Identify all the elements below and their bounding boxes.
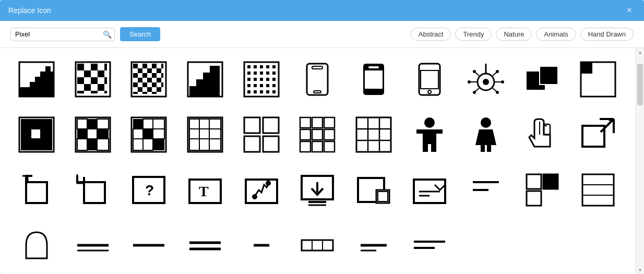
icon-pixel-blocks-4[interactable] (179, 109, 231, 161)
icon-pixel-checkerboard-1[interactable] (67, 53, 119, 105)
icon-wrench-frame[interactable] (235, 164, 288, 216)
filter-trendy[interactable]: Trendy (455, 28, 492, 41)
filter-hand-drawn[interactable]: Hand Drawn (580, 28, 634, 41)
icon-bottom-8[interactable] (235, 219, 288, 271)
icon-frame-complex[interactable] (348, 164, 400, 216)
svg-rect-17 (84, 70, 91, 77)
icon-pixel-checkerboard-2[interactable] (123, 53, 175, 105)
svg-rect-58 (196, 86, 203, 96)
close-button[interactable]: × (623, 4, 636, 17)
svg-rect-145 (153, 139, 164, 150)
icon-phone-outline-1[interactable] (291, 53, 343, 105)
icon-bottom-10[interactable] (348, 219, 400, 271)
scrollbar-thumb[interactable] (637, 64, 643, 105)
svg-text:T: T (199, 183, 209, 199)
scrollbar[interactable]: ▲ ▼ (636, 48, 644, 274)
filter-animals[interactable]: Animals (536, 28, 576, 41)
icon-person-male[interactable] (403, 109, 456, 161)
scrollbar-up[interactable]: ▲ (636, 48, 644, 56)
icon-cursor-hand[interactable] (516, 109, 568, 161)
svg-rect-78 (247, 84, 251, 87)
svg-rect-46 (138, 87, 142, 92)
svg-rect-26 (104, 91, 107, 93)
icon-frame-tool[interactable] (403, 164, 456, 216)
svg-rect-167 (312, 141, 323, 152)
svg-rect-6 (45, 66, 51, 72)
icon-bottom-4[interactable] (10, 219, 63, 271)
icon-text-frame[interactable]: T (179, 164, 231, 216)
svg-rect-38 (161, 73, 163, 78)
icon-pixel-blocks-1[interactable] (10, 109, 63, 161)
svg-rect-120 (21, 129, 31, 139)
icon-bottom-1[interactable] (460, 164, 512, 216)
svg-rect-157 (263, 117, 279, 133)
icon-pixel-gradient-1[interactable] (10, 53, 63, 105)
search-button[interactable]: Search (120, 27, 160, 41)
svg-rect-73 (247, 78, 251, 81)
icon-frame-download[interactable] (291, 164, 343, 216)
svg-rect-119 (41, 119, 52, 129)
icon-grid-large-3[interactable] (348, 109, 400, 161)
icon-squares[interactable] (516, 53, 568, 105)
icon-bottom-2[interactable] (516, 164, 568, 216)
scrollbar-down[interactable]: ▼ (636, 266, 644, 274)
icon-bottom-6[interactable] (123, 219, 175, 271)
icon-phone-outline-2[interactable] (403, 53, 456, 105)
filter-abstract[interactable]: Abstract (411, 28, 451, 41)
svg-rect-28 (133, 64, 138, 68)
svg-rect-37 (152, 73, 157, 78)
icon-jewelry[interactable] (460, 53, 512, 105)
svg-rect-216 (527, 191, 541, 206)
replace-icon-dialog: Replace Icon × 🔍 Search Abstract Trendy … (0, 0, 644, 274)
search-input[interactable] (15, 30, 103, 38)
svg-rect-35 (133, 73, 138, 78)
icon-pixel-blocks-2[interactable] (67, 109, 119, 161)
svg-rect-215 (543, 174, 558, 189)
filter-tags: Abstract Trendy Nature Animals Hand Draw… (411, 28, 634, 41)
svg-rect-18 (98, 70, 104, 77)
svg-rect-115 (581, 62, 592, 74)
icons-grid-wrapper[interactable]: ? T (0, 48, 636, 274)
svg-point-180 (481, 117, 491, 128)
icon-person-female[interactable] (460, 109, 512, 161)
icon-grid-large-2[interactable] (291, 109, 343, 161)
svg-rect-146 (188, 117, 222, 152)
svg-rect-140 (133, 129, 143, 139)
svg-rect-214 (527, 174, 541, 189)
icon-pixel-gradient-2[interactable] (179, 53, 231, 105)
svg-rect-22 (84, 84, 91, 91)
svg-rect-61 (217, 66, 220, 96)
svg-rect-133 (77, 139, 87, 150)
svg-rect-129 (97, 119, 109, 129)
icon-rotate-left-2[interactable] (67, 164, 119, 216)
icon-rotate-left[interactable] (10, 164, 63, 216)
svg-rect-113 (540, 66, 558, 85)
svg-rect-74 (254, 78, 257, 81)
svg-rect-179 (436, 129, 443, 134)
icon-bottom-9[interactable] (291, 219, 343, 271)
svg-rect-90 (314, 91, 321, 93)
svg-point-201 (266, 181, 271, 186)
svg-rect-138 (143, 119, 153, 129)
icon-square-small[interactable] (572, 53, 624, 105)
icon-frame-question[interactable]: ? (123, 164, 175, 216)
icon-bottom-7[interactable] (179, 219, 231, 271)
icon-grid-large-1[interactable] (235, 109, 288, 161)
svg-rect-66 (266, 65, 269, 68)
icon-bottom-3[interactable] (572, 164, 624, 216)
svg-rect-51 (152, 92, 157, 94)
svg-rect-75 (260, 78, 263, 81)
icon-pixel-blocks-3[interactable] (123, 109, 175, 161)
svg-rect-217 (582, 174, 614, 206)
icon-bottom-5[interactable] (67, 219, 119, 271)
filter-nature[interactable]: Nature (496, 28, 532, 41)
icon-phone-filled[interactable] (348, 53, 400, 105)
svg-rect-7 (19, 92, 25, 97)
svg-rect-36 (142, 73, 147, 78)
svg-rect-77 (272, 78, 276, 81)
icon-pixel-dots[interactable] (235, 53, 288, 105)
icon-bottom-11[interactable] (403, 219, 456, 271)
icon-frame-arrow-out[interactable] (572, 109, 624, 161)
svg-point-96 (428, 90, 431, 93)
svg-rect-4 (35, 77, 40, 82)
